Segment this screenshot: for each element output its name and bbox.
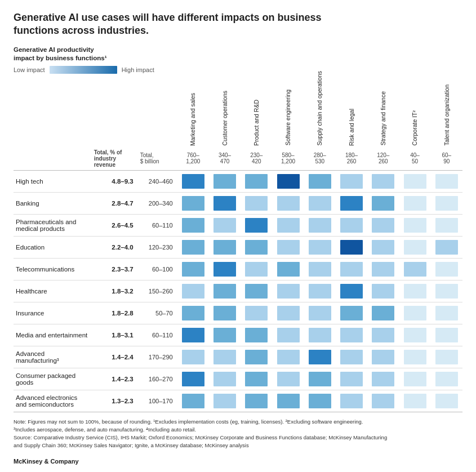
table-row: Healthcare1.8–3.2150–260: [14, 280, 462, 302]
industry-name-cell: Advanced electronicsand semiconductors: [14, 390, 93, 412]
heat-cell-r0-c8: [431, 170, 462, 192]
footnote-line: ³Includes aerospace, defense, and auto m…: [14, 426, 462, 434]
brand-label: McKinsey & Company: [14, 458, 462, 465]
heat-cell-r8-c5: [336, 346, 367, 368]
pct-col-header: [93, 84, 139, 148]
heat-cell-r7-c7: [399, 324, 430, 346]
sub-header-industry: [14, 148, 93, 171]
heat-cell-r8-c0: [177, 346, 209, 368]
pct-revenue-cell: 1.4–2.3: [93, 368, 139, 390]
heat-cell-r4-c5: [336, 258, 367, 280]
heat-cell-r6-c7: [399, 302, 430, 324]
heat-cell-r5-c5: [336, 280, 367, 302]
heat-cell-r8-c8: [431, 346, 462, 368]
heat-cell-r4-c7: [399, 258, 430, 280]
heat-cell-r6-c8: [431, 302, 462, 324]
heat-cell-r5-c1: [209, 280, 241, 302]
heat-cell-r3-c6: [367, 236, 399, 258]
heat-table: Marketing and sales Customer operations …: [14, 84, 462, 412]
legend: Low impact High impact: [14, 66, 462, 74]
heat-cell-r8-c3: [272, 346, 304, 368]
heat-cell-r2-c5: [336, 214, 367, 236]
footnote-line: Note: Figures may not sum to 100%, becau…: [14, 418, 462, 426]
heat-cell-r0-c5: [336, 170, 367, 192]
heat-cell-r3-c3: [272, 236, 304, 258]
heat-cell-r2-c7: [399, 214, 430, 236]
pct-revenue-cell: 1.8–3.2: [93, 280, 139, 302]
pct-revenue-cell: 2.3–3.7: [93, 258, 139, 280]
sub-header-r8: 40–50: [399, 148, 430, 171]
page-title: Generative AI use cases will have differ…: [14, 11, 340, 38]
heat-cell-r6-c6: [367, 302, 399, 324]
sub-header-r9: 60–90: [431, 148, 462, 171]
industry-name-cell: Advanced manufacturing³: [14, 346, 93, 368]
heat-cell-r3-c2: [241, 236, 272, 258]
heat-cell-r9-c7: [399, 368, 430, 390]
table-row: Consumer packaged goods1.4–2.3160–270: [14, 368, 462, 390]
heat-cell-r2-c3: [272, 214, 304, 236]
heat-cell-r9-c3: [272, 368, 304, 390]
heat-cell-r2-c4: [304, 214, 336, 236]
table-row: Advanced electronicsand semiconductors1.…: [14, 390, 462, 412]
pct-revenue-cell: 1.4–2.4: [93, 346, 139, 368]
heat-cell-r8-c2: [241, 346, 272, 368]
pct-revenue-cell: 1.8–2.8: [93, 302, 139, 324]
heat-cell-r1-c6: [367, 192, 399, 214]
sub-header-r1: 760–1,200: [177, 148, 209, 171]
total-billion-cell: 50–70: [139, 302, 177, 324]
total-billion-cell: 60–110: [139, 324, 177, 346]
legend-gradient: [50, 66, 117, 74]
heat-cell-r8-c4: [304, 346, 336, 368]
heat-cell-r1-c7: [399, 192, 430, 214]
heat-cell-r5-c4: [304, 280, 336, 302]
heat-cell-r8-c1: [209, 346, 241, 368]
heat-cell-r6-c0: [177, 302, 209, 324]
sub-header-row: Total, % ofindustryrevenue Total,$ billi…: [14, 148, 462, 171]
footnote-line: Source: Comparative Industry Service (CI…: [14, 434, 462, 442]
heat-cell-r5-c7: [399, 280, 430, 302]
sub-header-r2: 340–470: [209, 148, 241, 171]
function-header-product: Product and R&D: [241, 84, 272, 148]
pct-revenue-cell: 1.3–2.3: [93, 390, 139, 412]
legend-high-label: High impact: [122, 66, 154, 73]
total-billion-cell: 160–270: [139, 368, 177, 390]
industry-col-header: [14, 84, 93, 148]
heat-cell-r9-c1: [209, 368, 241, 390]
function-header-corporate: Corporate IT²: [399, 84, 430, 148]
heat-cell-r2-c0: [177, 214, 209, 236]
heat-cell-r10-c5: [336, 390, 367, 412]
industry-name-cell: Banking: [14, 192, 93, 214]
heat-cell-r6-c5: [336, 302, 367, 324]
heat-cell-r1-c5: [336, 192, 367, 214]
heat-cell-r5-c0: [177, 280, 209, 302]
function-header-risk: Risk and legal: [336, 84, 367, 148]
heat-cell-r0-c6: [367, 170, 399, 192]
footnote-line: and Supply Chain 360; McKinsey Sales Nav…: [14, 442, 462, 449]
heat-cell-r2-c6: [367, 214, 399, 236]
column-header-row: Marketing and sales Customer operations …: [14, 84, 462, 148]
industry-name-cell: Telecommunications: [14, 258, 93, 280]
heat-cell-r6-c1: [209, 302, 241, 324]
heat-cell-r8-c6: [367, 346, 399, 368]
heat-cell-r1-c4: [304, 192, 336, 214]
sub-header-r7: 120–260: [367, 148, 399, 171]
heat-cell-r6-c4: [304, 302, 336, 324]
heat-cell-r7-c5: [336, 324, 367, 346]
heat-cell-r3-c8: [431, 236, 462, 258]
heat-cell-r7-c0: [177, 324, 209, 346]
heat-cell-r0-c3: [272, 170, 304, 192]
sub-header-r4: 580–1,200: [272, 148, 304, 171]
heat-cell-r9-c4: [304, 368, 336, 390]
pct-revenue-cell: 2.6–4.5: [93, 214, 139, 236]
heat-cell-r4-c3: [272, 258, 304, 280]
heat-cell-r10-c8: [431, 390, 462, 412]
total-billion-cell: 170–290: [139, 346, 177, 368]
heat-cell-r2-c8: [431, 214, 462, 236]
heat-cell-r9-c8: [431, 368, 462, 390]
heat-cell-r1-c2: [241, 192, 272, 214]
total-billion-cell: 60–110: [139, 214, 177, 236]
industry-name-cell: Consumer packaged goods: [14, 368, 93, 390]
heat-cell-r10-c2: [241, 390, 272, 412]
heat-cell-r3-c5: [336, 236, 367, 258]
chart-subtitle: Generative AI productivityimpact by busi…: [14, 46, 462, 63]
